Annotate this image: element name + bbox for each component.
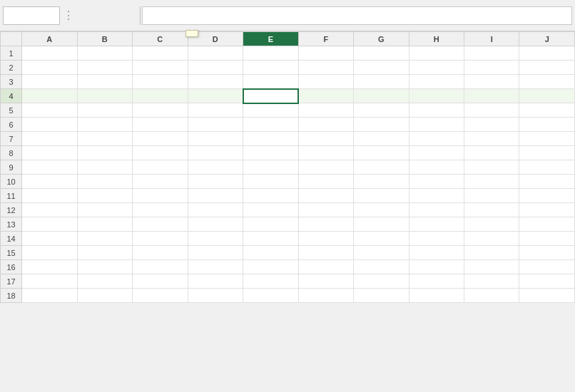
cell-C15[interactable] xyxy=(133,246,188,260)
cell-A7[interactable] xyxy=(22,132,78,146)
cell-F10[interactable] xyxy=(298,175,353,189)
cell-E18[interactable] xyxy=(243,289,299,303)
cell-G18[interactable] xyxy=(354,289,409,303)
row-header-8[interactable]: 8 xyxy=(1,146,22,160)
cell-F13[interactable] xyxy=(298,217,353,232)
cell-G15[interactable] xyxy=(354,246,409,260)
cell-H4[interactable] xyxy=(409,89,464,103)
cell-E10[interactable] xyxy=(243,175,299,189)
cell-H11[interactable] xyxy=(409,189,464,203)
cell-A4[interactable] xyxy=(22,89,78,103)
cell-B17[interactable] xyxy=(77,274,133,289)
cell-G11[interactable] xyxy=(354,189,409,203)
row-header-5[interactable]: 5 xyxy=(1,103,22,118)
cell-C10[interactable] xyxy=(133,175,188,189)
cell-I4[interactable] xyxy=(464,89,519,103)
cell-E17[interactable] xyxy=(243,274,299,289)
cell-G12[interactable] xyxy=(354,203,409,217)
cell-F4[interactable] xyxy=(298,89,353,103)
cell-D12[interactable] xyxy=(188,203,243,217)
cell-H18[interactable] xyxy=(409,289,464,303)
cell-F1[interactable] xyxy=(298,46,353,61)
cell-H6[interactable] xyxy=(409,118,464,132)
cell-J14[interactable] xyxy=(519,232,575,246)
cell-C6[interactable] xyxy=(133,118,188,132)
cell-C14[interactable] xyxy=(133,232,188,246)
cell-B3[interactable] xyxy=(77,75,133,89)
row-header-14[interactable]: 14 xyxy=(1,232,22,246)
cell-H1[interactable] xyxy=(409,46,464,61)
cell-J5[interactable] xyxy=(519,103,575,118)
cell-C9[interactable] xyxy=(133,160,188,175)
cell-B1[interactable] xyxy=(77,46,133,61)
row-header-11[interactable]: 11 xyxy=(1,189,22,203)
cell-B2[interactable] xyxy=(77,61,133,75)
cell-J6[interactable] xyxy=(519,118,575,132)
cell-reference-box[interactable] xyxy=(3,6,60,25)
cell-D1[interactable] xyxy=(188,46,243,61)
cell-D5[interactable] xyxy=(188,103,243,118)
row-header-17[interactable]: 17 xyxy=(1,274,22,289)
cell-G10[interactable] xyxy=(354,175,409,189)
cell-I11[interactable] xyxy=(464,189,519,203)
cell-J12[interactable] xyxy=(519,203,575,217)
cell-I3[interactable] xyxy=(464,75,519,89)
cell-A11[interactable] xyxy=(22,189,78,203)
cell-J4[interactable] xyxy=(519,89,575,103)
cell-D18[interactable] xyxy=(188,289,243,303)
cell-J8[interactable] xyxy=(519,146,575,160)
cell-J9[interactable] xyxy=(519,160,575,175)
cell-I14[interactable] xyxy=(464,232,519,246)
cell-A8[interactable] xyxy=(22,146,78,160)
cell-I18[interactable] xyxy=(464,289,519,303)
cell-I9[interactable] xyxy=(464,160,519,175)
cell-C2[interactable] xyxy=(133,61,188,75)
cell-A18[interactable] xyxy=(22,289,78,303)
cell-J1[interactable] xyxy=(519,46,575,61)
cell-G4[interactable] xyxy=(354,89,409,103)
formula-input[interactable] xyxy=(142,6,572,25)
cell-C11[interactable] xyxy=(133,189,188,203)
cell-B15[interactable] xyxy=(77,246,133,260)
cell-A16[interactable] xyxy=(22,260,78,274)
cell-E12[interactable] xyxy=(243,203,299,217)
cell-G2[interactable] xyxy=(354,61,409,75)
cell-D13[interactable] xyxy=(188,217,243,232)
cell-D15[interactable] xyxy=(188,246,243,260)
cell-E11[interactable] xyxy=(243,189,299,203)
cell-E15[interactable] xyxy=(243,246,299,260)
cell-F16[interactable] xyxy=(298,260,353,274)
cell-G14[interactable] xyxy=(354,232,409,246)
cell-H2[interactable] xyxy=(409,61,464,75)
col-header-E[interactable]: E xyxy=(243,32,299,46)
row-header-6[interactable]: 6 xyxy=(1,118,22,132)
cell-F7[interactable] xyxy=(298,132,353,146)
cell-F14[interactable] xyxy=(298,232,353,246)
cell-A17[interactable] xyxy=(22,274,78,289)
cell-H12[interactable] xyxy=(409,203,464,217)
cell-G5[interactable] xyxy=(354,103,409,118)
row-header-3[interactable]: 3 xyxy=(1,75,22,89)
cell-A13[interactable] xyxy=(22,217,78,232)
cell-B14[interactable] xyxy=(77,232,133,246)
cell-B13[interactable] xyxy=(77,217,133,232)
row-header-2[interactable]: 2 xyxy=(1,61,22,75)
cell-H7[interactable] xyxy=(409,132,464,146)
col-header-I[interactable]: I xyxy=(464,32,519,46)
col-header-C[interactable]: C xyxy=(133,32,188,46)
cell-C8[interactable] xyxy=(133,146,188,160)
cell-E7[interactable] xyxy=(243,132,299,146)
cell-D3[interactable] xyxy=(188,75,243,89)
cell-A12[interactable] xyxy=(22,203,78,217)
cell-D10[interactable] xyxy=(188,175,243,189)
cell-B12[interactable] xyxy=(77,203,133,217)
cell-H10[interactable] xyxy=(409,175,464,189)
cell-I2[interactable] xyxy=(464,61,519,75)
cell-C1[interactable] xyxy=(133,46,188,61)
cell-I8[interactable] xyxy=(464,146,519,160)
cell-H15[interactable] xyxy=(409,246,464,260)
cell-A3[interactable] xyxy=(22,75,78,89)
cell-F18[interactable] xyxy=(298,289,353,303)
cell-B7[interactable] xyxy=(77,132,133,146)
cell-E1[interactable] xyxy=(243,46,299,61)
